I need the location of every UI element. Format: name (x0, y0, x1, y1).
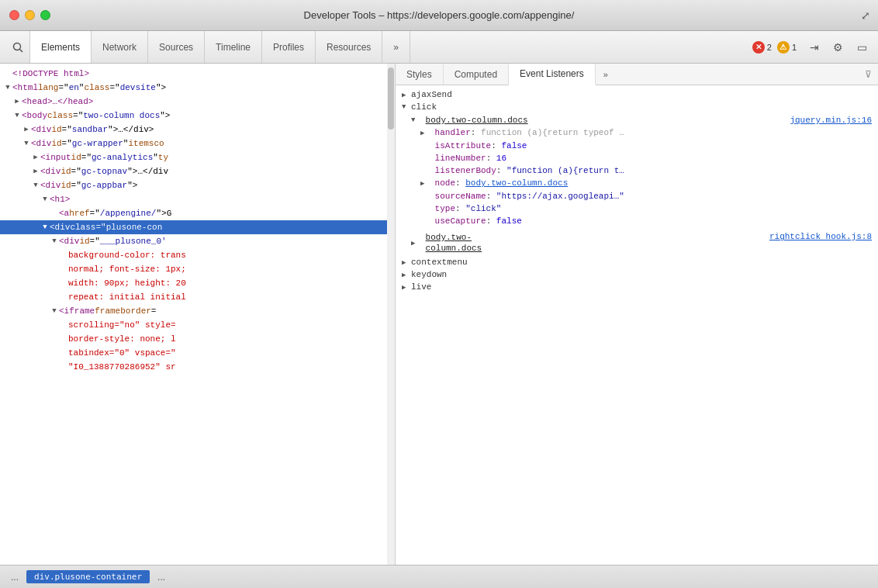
event-listeners-content: ▶ ajaxSend ▼ click body.two-column.docs … (396, 85, 878, 565)
settings-button[interactable]: ⚙ (828, 39, 848, 56)
right-tab-more[interactable]: » (597, 65, 614, 84)
expand-triangle[interactable] (50, 235, 59, 247)
toolbar-right: ✕ 2 ⚠ 1 ⇥ ⚙ ▭ (748, 39, 872, 56)
expand-triangle[interactable] (40, 221, 50, 233)
dom-line-html[interactable]: <html lang="en" class="devsite"> (0, 81, 395, 95)
section-triangle-contextmenu[interactable]: ▶ (402, 258, 411, 267)
filter-icon[interactable]: ⊽ (865, 69, 872, 80)
svg-point-0 (14, 43, 21, 50)
event-section-ajaxsend: ▶ ajaxSend (396, 88, 878, 101)
error-count: 2 (767, 43, 772, 52)
svg-line-1 (20, 49, 23, 52)
dom-line-gc-wrapper[interactable]: <div id="gc-wrapper" itemsco (0, 137, 395, 150)
event-name-keydown: keydown (411, 270, 447, 279)
dom-line-repeat: repeat: initial initial (0, 290, 395, 304)
dom-line-h1[interactable]: <h1> (0, 192, 395, 206)
section-triangle-click[interactable]: ▼ (402, 103, 411, 111)
dom-line-plusone[interactable]: <div class="plusone-con (0, 220, 395, 234)
event-header-click[interactable]: ▼ click (396, 101, 878, 113)
detail-node-triangle[interactable] (420, 178, 430, 190)
event-section-click: ▼ click body.two-column.docs jquery.min.… (396, 101, 878, 256)
expand-triangle[interactable] (12, 95, 22, 108)
tab-computed[interactable]: Computed (444, 64, 509, 85)
scrollbar-thumb[interactable] (388, 67, 394, 130)
error-icon: ✕ (752, 41, 765, 54)
vertical-scrollbar[interactable] (387, 64, 395, 565)
event-detail-node: node: body.two-column.docs (420, 177, 872, 190)
warning-count: 1 (792, 43, 797, 52)
right-tab-bar: Styles Computed Event Listeners » ⊽ (396, 64, 878, 85)
breadcrumb-selected[interactable]: div.plusone-container (26, 570, 150, 583)
main-content: <!DOCTYPE html> <html lang="en" class="d… (0, 64, 878, 565)
tab-elements[interactable]: Elements (29, 31, 92, 63)
dom-line-idval: "I0_1388770286952" sr (0, 360, 395, 374)
event-header-contextmenu[interactable]: ▶ contextmenu (396, 256, 878, 268)
dom-line-a[interactable]: <a href="/appengine/">G (0, 206, 395, 220)
search-button[interactable] (6, 39, 29, 56)
event-item-triangle-1[interactable] (411, 116, 420, 124)
node-link[interactable]: body.two-column.docs (465, 178, 568, 188)
event-header-live[interactable]: ▶ live (396, 281, 878, 293)
maximize-button[interactable] (40, 10, 50, 20)
dom-line-body[interactable]: <body class="two-column docs"> (0, 109, 395, 123)
event-detail-handler: handler: function (a){return typeof … (420, 126, 872, 140)
dom-tree[interactable]: <!DOCTYPE html> <html lang="en" class="d… (0, 64, 395, 565)
tab-styles[interactable]: Styles (396, 64, 444, 85)
expand-triangle[interactable] (40, 193, 50, 206)
dom-line-iframe[interactable]: <iframe frameborder= (0, 304, 395, 318)
expand-triangle[interactable] (50, 305, 59, 317)
expand-triangle[interactable] (31, 165, 40, 178)
expand-triangle[interactable] (31, 151, 40, 164)
expand-icon[interactable]: ⤢ (861, 9, 870, 22)
dom-line-input[interactable]: <input id="gc-analytics" ty (0, 150, 395, 164)
dom-line-gc-appbar[interactable]: <div id="gc-appbar"> (0, 178, 395, 192)
window-title: Developer Tools – https://developers.goo… (304, 9, 575, 21)
dom-line-sandbar[interactable]: <div id="sandbar">…</div> (0, 123, 395, 137)
expand-triangle[interactable] (22, 137, 31, 150)
event-header-ajaxsend[interactable]: ▶ ajaxSend (396, 88, 878, 101)
detail-expand-triangle[interactable] (420, 127, 430, 140)
callstack-button[interactable]: ⇥ (805, 39, 824, 56)
dom-line-bgcolor: background-color: trans (0, 248, 395, 262)
tab-more[interactable]: » (382, 31, 410, 63)
tab-resources[interactable]: Resources (316, 31, 382, 63)
breadcrumb-ellipsis-left[interactable]: ... (6, 570, 23, 584)
event-item-header-click-1[interactable]: body.two-column.docs jquery.min.js:16 (396, 115, 878, 126)
event-link-click-1[interactable]: jquery.min.js:16 (790, 116, 872, 125)
traffic-lights (9, 10, 50, 20)
tab-network[interactable]: Network (92, 31, 148, 63)
section-triangle-ajaxsend[interactable]: ▶ (402, 91, 411, 99)
event-detail-type: type: "click" (420, 202, 872, 215)
dom-line-doctype: <!DOCTYPE html> (0, 67, 395, 81)
event-item-click-2: body.two-column.docs rightclick hook.js:… (396, 230, 878, 256)
dom-line-plusone-0[interactable]: <div id="___plusone_0' (0, 234, 395, 248)
event-selector-click-2[interactable]: body.two-column.docs (426, 232, 482, 254)
event-detail-usecapture: useCapture: false (420, 215, 872, 227)
dom-line-width: width: 90px; height: 20 (0, 276, 395, 290)
event-header-keydown[interactable]: ▶ keydown (396, 268, 878, 281)
expand-triangle[interactable] (3, 81, 12, 94)
event-item-triangle-2[interactable] (411, 239, 420, 247)
minimize-button[interactable] (25, 10, 35, 20)
tab-sources[interactable]: Sources (148, 31, 205, 63)
event-selector-click-1[interactable]: body.two-column.docs (426, 116, 528, 125)
dom-line-gc-topnav[interactable]: <div id="gc-topnav">…</div (0, 164, 395, 178)
expand-triangle[interactable] (22, 123, 31, 136)
dom-line-head[interactable]: <head>…</head> (0, 95, 395, 109)
tab-event-listeners[interactable]: Event Listeners (509, 64, 596, 85)
section-triangle-keydown[interactable]: ▶ (402, 271, 411, 279)
expand-triangle[interactable] (12, 109, 22, 122)
event-item-header-click-2[interactable]: body.two-column.docs rightclick hook.js:… (396, 231, 878, 254)
error-badge[interactable]: ✕ 2 ⚠ 1 (748, 40, 800, 55)
breadcrumb-ellipsis-right[interactable]: ... (153, 570, 170, 584)
close-button[interactable] (9, 10, 19, 20)
section-triangle-live[interactable]: ▶ (402, 283, 411, 292)
toolbar: Elements Network Sources Timeline Profil… (0, 31, 878, 64)
elements-panel: <!DOCTYPE html> <html lang="en" class="d… (0, 64, 396, 565)
tab-timeline[interactable]: Timeline (205, 31, 262, 63)
tab-profiles[interactable]: Profiles (262, 31, 316, 63)
expand-triangle[interactable] (31, 179, 40, 192)
devices-button[interactable]: ▭ (852, 39, 872, 56)
event-detail-isattr: isAttribute: false (420, 140, 872, 152)
event-link-click-2[interactable]: rightclick hook.js:8 (769, 232, 872, 241)
